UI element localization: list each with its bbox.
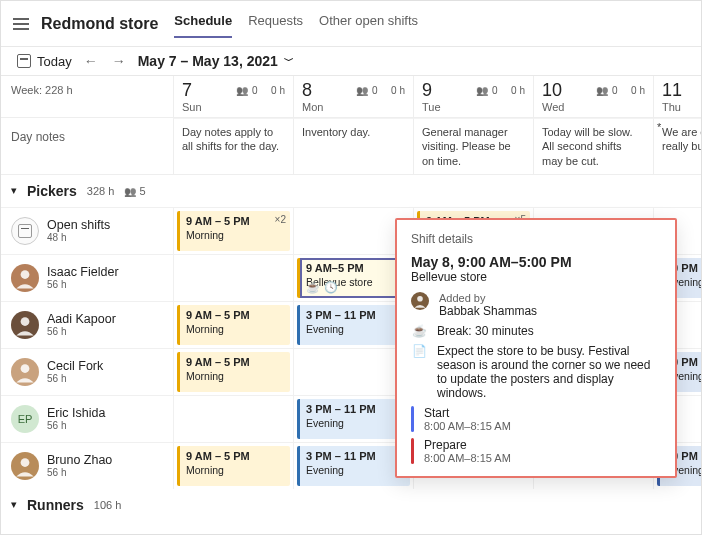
avatar (411, 292, 429, 310)
day-note[interactable]: Day notes apply to all shifts for the da… (173, 118, 293, 174)
people-icon (476, 85, 488, 96)
chevron-down-icon: ▾ (11, 498, 17, 511)
shift-card[interactable]: 9 AM – 5 PMMorning (177, 352, 290, 392)
tab-schedule[interactable]: Schedule (174, 9, 232, 38)
group-header-pickers[interactable]: ▾ Pickers 328 h 5 (1, 175, 701, 207)
day-column-sun[interactable]: 70 0 h Sun (173, 76, 293, 117)
shift-details-popover: Shift details May 8, 9:00 AM–5:00 PM Bel… (395, 218, 677, 478)
day-column-mon[interactable]: 80 0 h Mon (293, 76, 413, 117)
week-hours-label: Week: 228 h (1, 76, 173, 117)
day-column-wed[interactable]: 100 0 h Wed (533, 76, 653, 117)
avatar (11, 452, 39, 480)
activity-item: Start8:00 AM–8:15 AM (411, 406, 661, 432)
avatar (11, 311, 39, 339)
popover-heading: Shift details (411, 232, 661, 246)
day-note[interactable]: Inventory day. (293, 118, 413, 174)
shift-card[interactable]: 3 PM – 11 PMEvening (297, 399, 410, 439)
people-icon (124, 185, 136, 197)
day-note[interactable]: General manager visiting. Please be on t… (413, 118, 533, 174)
open-shifts-icon (11, 217, 39, 245)
date-range-picker[interactable]: May 7 – May 13, 2021 ﹀ (138, 53, 294, 69)
day-note[interactable]: Today will be slow. All second shifts ma… (533, 118, 653, 174)
clock-icon: 🕓 (324, 281, 338, 295)
shift-card[interactable]: 9 AM – 5 PMMorning (177, 305, 290, 345)
avatar: EP (11, 405, 39, 433)
tab-requests[interactable]: Requests (248, 9, 303, 38)
day-notes-label: Day notes (1, 118, 173, 174)
shift-card[interactable]: 9 AM – 5 PMMorning×2 (177, 211, 290, 251)
today-button[interactable]: Today (17, 54, 72, 69)
avatar (11, 264, 39, 292)
coffee-icon: ☕ (306, 281, 320, 295)
day-note[interactable]: *We are expecting be really busy. (653, 118, 702, 174)
shift-card[interactable]: 9 AM – 5 PMMorning (177, 446, 290, 486)
shift-card-selected[interactable]: 9 AM–5 PMBellevue store📍☕🕓 (297, 258, 410, 298)
prev-week-button[interactable]: ← (82, 53, 100, 69)
note-icon: 📄 (411, 344, 427, 358)
people-icon (596, 85, 608, 96)
day-column-tue[interactable]: 90 0 h Tue (413, 76, 533, 117)
people-icon (236, 85, 248, 96)
next-week-button[interactable]: → (110, 53, 128, 69)
open-shifts-label: Open shifts (47, 218, 110, 232)
tab-other-open-shifts[interactable]: Other open shifts (319, 9, 418, 38)
coffee-icon: ☕ (411, 324, 427, 338)
avatar (11, 358, 39, 386)
activity-item: Prepare8:00 AM–8:15 AM (411, 438, 661, 464)
day-column-thu[interactable]: 11 Thu (653, 76, 702, 117)
people-icon (356, 85, 368, 96)
chevron-down-icon: ▾ (11, 184, 17, 197)
chevron-down-icon: ﹀ (284, 54, 294, 68)
popover-title: May 8, 9:00 AM–5:00 PM (411, 254, 661, 270)
group-header-runners[interactable]: ▾ Runners 106 h (1, 489, 701, 521)
popover-location: Bellevue store (411, 270, 661, 284)
shift-card[interactable]: 3 PM – 11 PMEvening (297, 446, 410, 486)
store-name: Redmond store (41, 15, 158, 33)
calendar-icon (17, 54, 31, 68)
star-icon: * (657, 120, 661, 134)
menu-icon[interactable] (13, 18, 29, 30)
shift-card[interactable]: 3 PM – 11 PMEvening (297, 305, 410, 345)
